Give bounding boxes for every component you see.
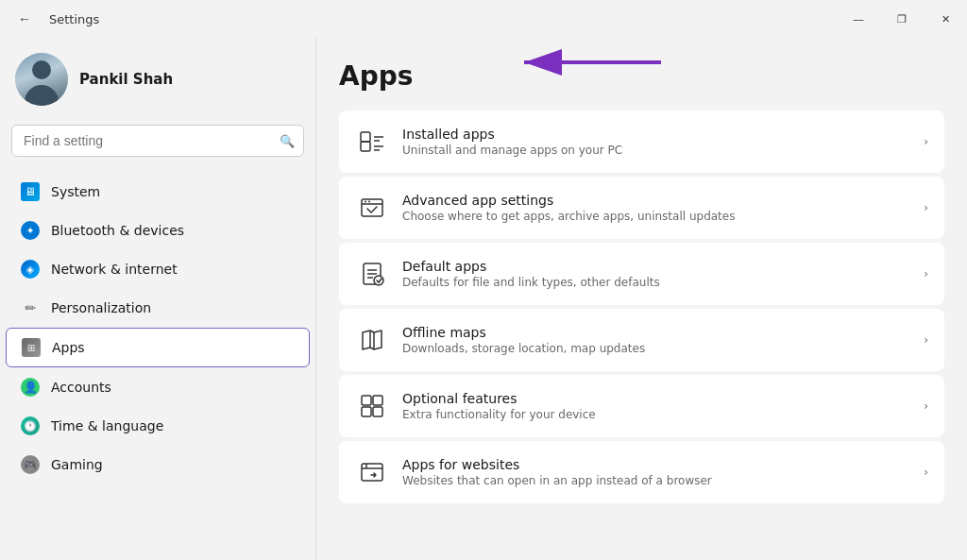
accounts-icon: 👤 [21, 378, 40, 397]
bluetooth-icon: ✦ [21, 221, 40, 240]
advanced-app-icon [355, 191, 389, 225]
apps-icon: ⊞ [22, 338, 41, 357]
title-bar-left: ← Settings [11, 6, 99, 32]
advanced-app-title: Advanced app settings [402, 193, 916, 208]
window-title: Settings [49, 12, 99, 26]
search-input[interactable] [11, 125, 304, 157]
default-apps-desc: Defaults for file and link types, other … [402, 276, 916, 289]
apps-websites-icon [355, 455, 389, 489]
installed-apps-title: Installed apps [402, 127, 916, 142]
optional-features-text: Optional features Extra functionality fo… [402, 391, 916, 421]
optional-features-arrow: › [924, 399, 928, 413]
maximize-button[interactable]: ❐ [880, 4, 924, 34]
sidebar-item-label: Bluetooth & devices [51, 223, 184, 238]
offline-maps-desc: Downloads, storage location, map updates [402, 342, 916, 355]
advanced-app-text: Advanced app settings Choose where to ge… [402, 193, 916, 223]
advanced-app-desc: Choose where to get apps, archive apps, … [402, 210, 916, 223]
default-apps-arrow: › [924, 267, 928, 280]
apps-websites-arrow: › [924, 466, 928, 479]
advanced-app-arrow: › [924, 201, 928, 214]
window-controls: — ❐ ✕ [837, 4, 967, 34]
nav-items: 🖥 System ✦ Bluetooth & devices ◈ Network… [0, 168, 315, 560]
network-icon: ◈ [21, 260, 40, 279]
user-profile: Pankil Shah [0, 38, 315, 121]
sidebar-item-label: Personalization [51, 300, 151, 315]
installed-apps-desc: Uninstall and manage apps on your PC [402, 144, 916, 157]
sidebar-item-label: Network & internet [51, 262, 178, 277]
sidebar-item-label: Time & language [51, 418, 163, 433]
setting-optional-features[interactable]: Optional features Extra functionality fo… [339, 375, 944, 437]
minimize-button[interactable]: — [837, 4, 880, 34]
offline-maps-title: Offline maps [402, 325, 916, 340]
setting-apps-websites[interactable]: Apps for websites Websites that can open… [339, 441, 944, 503]
system-icon: 🖥 [21, 182, 40, 201]
search-box: 🔍 [11, 125, 304, 157]
sidebar-item-personalization[interactable]: ✏ Personalization [6, 289, 310, 327]
settings-list: Installed apps Uninstall and manage apps… [339, 110, 944, 503]
apps-websites-title: Apps for websites [402, 457, 916, 472]
user-name: Pankil Shah [79, 71, 173, 88]
gaming-icon: 🎮 [21, 455, 40, 474]
sidebar: Pankil Shah 🔍 🖥 System ✦ [0, 38, 316, 560]
svg-rect-20 [362, 396, 371, 405]
sidebar-item-network[interactable]: ◈ Network & internet [6, 250, 310, 288]
personalization-icon: ✏ [21, 298, 40, 317]
optional-features-title: Optional features [402, 391, 916, 406]
title-bar: ← Settings — ❐ ✕ [0, 0, 967, 38]
svg-rect-24 [362, 464, 382, 481]
back-button[interactable]: ← [11, 6, 38, 32]
apps-websites-desc: Websites that can open in an app instead… [402, 474, 916, 487]
time-icon: 🕐 [21, 416, 40, 435]
svg-rect-23 [373, 407, 382, 416]
offline-maps-arrow: › [924, 333, 928, 347]
close-button[interactable]: ✕ [924, 4, 967, 34]
setting-offline-maps[interactable]: Offline maps Downloads, storage location… [339, 309, 944, 371]
avatar [15, 53, 68, 106]
main-layout: Pankil Shah 🔍 🖥 System ✦ [0, 38, 967, 560]
optional-features-desc: Extra functionality for your device [402, 408, 916, 421]
installed-apps-text: Installed apps Uninstall and manage apps… [402, 127, 916, 157]
default-apps-text: Default apps Defaults for file and link … [402, 259, 916, 289]
sidebar-item-label: Apps [52, 340, 85, 355]
svg-point-16 [374, 276, 383, 285]
setting-installed-apps[interactable]: Installed apps Uninstall and manage apps… [339, 110, 944, 173]
svg-rect-21 [373, 396, 382, 405]
avatar-image [15, 53, 68, 106]
sidebar-item-label: Accounts [51, 380, 111, 395]
default-apps-title: Default apps [402, 259, 916, 274]
apps-websites-text: Apps for websites Websites that can open… [402, 457, 916, 487]
sidebar-item-gaming[interactable]: 🎮 Gaming [6, 446, 310, 484]
content-area: Apps Install [316, 38, 967, 560]
svg-point-10 [365, 201, 366, 203]
installed-apps-icon [355, 125, 389, 159]
sidebar-item-time[interactable]: 🕐 Time & language [6, 407, 310, 445]
sidebar-item-label: Gaming [51, 457, 103, 472]
settings-window: ← Settings — ❐ ✕ Pankil Shah 🔍 [0, 0, 967, 560]
svg-marker-17 [363, 331, 382, 349]
svg-rect-3 [361, 142, 370, 151]
svg-point-11 [368, 201, 370, 203]
sidebar-item-apps[interactable]: ⊞ Apps [6, 328, 310, 367]
page-title: Apps [339, 60, 944, 92]
search-icon: 🔍 [280, 134, 295, 148]
offline-maps-text: Offline maps Downloads, storage location… [402, 325, 916, 355]
sidebar-item-bluetooth[interactable]: ✦ Bluetooth & devices [6, 212, 310, 249]
default-apps-icon [355, 257, 389, 291]
svg-rect-2 [361, 132, 370, 142]
sidebar-item-label: System [51, 184, 100, 199]
sidebar-item-system[interactable]: 🖥 System [6, 173, 310, 211]
setting-advanced-app[interactable]: Advanced app settings Choose where to ge… [339, 177, 944, 239]
setting-default-apps[interactable]: Default apps Defaults for file and link … [339, 243, 944, 305]
installed-apps-arrow: › [924, 135, 928, 148]
offline-maps-icon [355, 323, 389, 357]
svg-rect-22 [362, 407, 371, 416]
sidebar-item-accounts[interactable]: 👤 Accounts [6, 368, 310, 406]
optional-features-icon [355, 389, 389, 423]
